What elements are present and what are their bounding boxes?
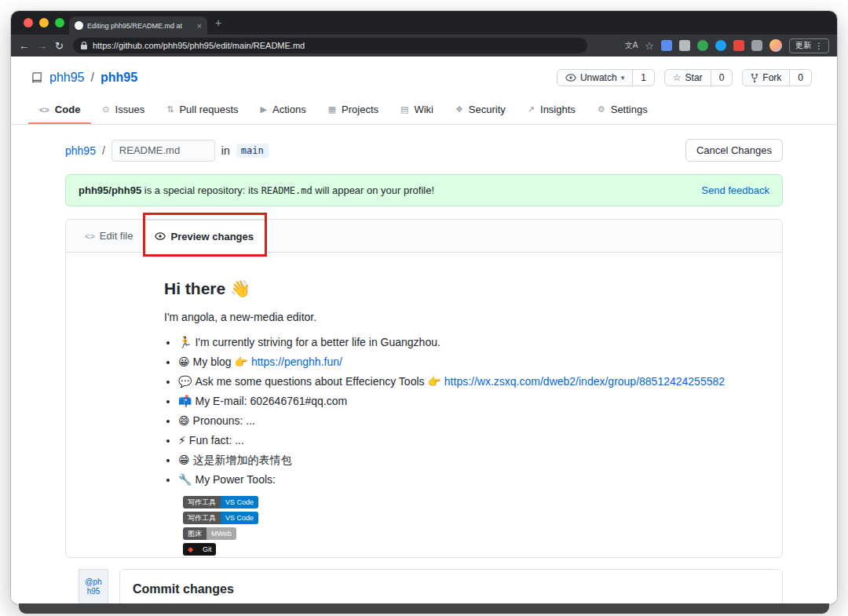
- list-item: 💬Ask me some questions about Effeciency …: [178, 374, 735, 390]
- cancel-changes-button[interactable]: Cancel Changes: [685, 139, 783, 162]
- badge-git[interactable]: ◆ Git: [183, 543, 735, 556]
- update-button[interactable]: 更新 ⋮: [789, 38, 829, 53]
- toolbar-icons: 文A ☆ 更新 ⋮: [625, 38, 829, 53]
- update-label: 更新: [795, 40, 811, 51]
- tab-wiki[interactable]: ▤ Wiki: [389, 96, 444, 124]
- tab-actions[interactable]: ▶ Actions: [250, 96, 317, 124]
- window-bottom-edge: [19, 603, 829, 614]
- badge-label: 图床: [183, 527, 207, 540]
- readme-preview: Hi there 👋 I'm angola, a new-media edito…: [66, 253, 782, 556]
- tab-preview-changes[interactable]: Preview changes: [143, 220, 266, 253]
- filename-input[interactable]: [111, 140, 215, 162]
- send-feedback-link[interactable]: Send feedback: [701, 184, 769, 196]
- fork-button[interactable]: Fork: [742, 69, 790, 86]
- reload-icon[interactable]: ↻: [55, 40, 64, 52]
- special-repo-banner: phh95/phh95 is a special repository: its…: [65, 174, 783, 206]
- repo-nav: <> Code ⊙ Issues ⇅ Pull requests ▶ Actio…: [11, 96, 837, 125]
- list-item: 🏃I'm currently striving for a better lif…: [178, 334, 735, 351]
- bullet-text: My blog 👉: [193, 355, 251, 368]
- close-tab-icon[interactable]: ×: [197, 21, 202, 31]
- repo-separator: /: [91, 71, 94, 85]
- commit-card: Commit changes: [119, 569, 783, 604]
- tab-pull-requests[interactable]: ⇅ Pull requests: [155, 96, 249, 124]
- new-tab-button[interactable]: +: [215, 16, 221, 29]
- menu-dots-icon[interactable]: ⋮: [815, 42, 823, 50]
- browser-tab[interactable]: Editing phh95/README.md at ×: [69, 16, 207, 35]
- repo-name-link[interactable]: phh95: [101, 71, 137, 85]
- zoom-window-button[interactable]: [55, 18, 64, 27]
- tab-projects-label: Projects: [342, 104, 378, 115]
- github-favicon: [75, 21, 83, 30]
- fork-label: Fork: [762, 72, 781, 83]
- fork-group: Fork 0: [742, 69, 812, 86]
- tab-code[interactable]: <> Code: [28, 96, 91, 124]
- watch-count[interactable]: 1: [633, 69, 655, 86]
- star-count[interactable]: 0: [711, 69, 733, 86]
- browser-titlebar: Editing phh95/README.md at × +: [11, 11, 837, 35]
- tab-pull-requests-label: Pull requests: [179, 104, 238, 115]
- repo-owner-link[interactable]: phh95: [49, 71, 85, 85]
- branch-badge[interactable]: main: [236, 144, 269, 158]
- extension-icon-2[interactable]: [679, 40, 690, 51]
- tab-projects[interactable]: ▦ Projects: [317, 96, 389, 124]
- github-page: phh95 / phh95 Unwatch ▾ 1 ☆ Star: [11, 56, 837, 604]
- tab-insights-label: Insights: [540, 104, 576, 115]
- profile-avatar[interactable]: [769, 39, 782, 52]
- extension-icon-4[interactable]: [715, 40, 726, 51]
- extension-icon-5[interactable]: [733, 40, 744, 51]
- badge-vscode-1[interactable]: 写作工具 VS Code: [183, 496, 735, 508]
- wiki-icon: ▤: [400, 104, 408, 115]
- wrench-emoji: 🔧: [178, 473, 192, 486]
- bullet-text: Pronouns: ...: [193, 414, 255, 427]
- commit-section: @ph h95 Commit changes: [65, 569, 783, 604]
- close-window-button[interactable]: [24, 18, 33, 27]
- fork-count[interactable]: 0: [790, 69, 812, 86]
- breadcrumb: phh95 / in main Cancel Changes: [65, 139, 783, 162]
- blog-link[interactable]: https://penghh.fun/: [251, 355, 342, 368]
- extensions-puzzle-icon[interactable]: [751, 40, 762, 51]
- breadcrumb-repo-link[interactable]: phh95: [65, 144, 96, 157]
- extension-icon-3[interactable]: [697, 40, 708, 51]
- unwatch-button[interactable]: Unwatch ▾: [557, 69, 633, 86]
- list-item: 😄Pronouns: ...: [178, 413, 735, 429]
- address-bar[interactable]: https://github.com/phh95/phh95/edit/main…: [73, 38, 587, 53]
- badge-label: 写作工具: [183, 512, 221, 524]
- smile-emoji: 😄: [178, 414, 190, 427]
- git-logo-icon: ◆: [183, 543, 198, 556]
- extension-icon-1[interactable]: [661, 40, 672, 51]
- star-button[interactable]: ☆ Star: [664, 69, 711, 86]
- translate-icon[interactable]: 文A: [625, 40, 638, 51]
- lock-icon[interactable]: [81, 45, 87, 49]
- tab-settings-label: Settings: [611, 104, 648, 115]
- settings-gear-icon: ⚙: [598, 104, 605, 115]
- commit-avatar[interactable]: @ph h95: [79, 569, 108, 604]
- unwatch-label: Unwatch: [580, 72, 617, 83]
- tab-security[interactable]: ❖ Security: [444, 96, 517, 124]
- edit-code-icon: <>: [85, 231, 95, 241]
- bullet-text: My Power Tools:: [195, 473, 275, 486]
- editor-tabs: <> Edit file Preview changes: [66, 220, 782, 253]
- minimize-window-button[interactable]: [39, 18, 49, 27]
- tab-edit-file[interactable]: <> Edit file: [75, 220, 143, 252]
- watch-group: Unwatch ▾ 1: [557, 69, 655, 86]
- bullet-text: Fun fact: ...: [189, 434, 244, 447]
- eye-icon: [565, 74, 576, 82]
- bullet-text: Ask me some questions about Effeciency T…: [195, 375, 444, 388]
- url-text: https://github.com/phh95/phh95/edit/main…: [93, 41, 305, 50]
- code-icon: <>: [39, 105, 49, 115]
- bookmark-star-icon[interactable]: ☆: [645, 40, 654, 52]
- badge-mweb[interactable]: 图床 MWeb: [183, 527, 735, 540]
- readme-list: 🏃I'm currently striving for a better lif…: [164, 334, 735, 488]
- zsxq-link[interactable]: https://wx.zsxq.com/dweb2/index/group/88…: [444, 375, 725, 388]
- in-label: in: [221, 144, 230, 157]
- badge-vscode-2[interactable]: 写作工具 VS Code: [183, 512, 735, 524]
- mailbox-emoji: 📫: [178, 395, 192, 407]
- forward-icon[interactable]: →: [37, 40, 47, 52]
- back-icon[interactable]: ←: [19, 40, 29, 52]
- badge-images: 写作工具 VS Code 写作工具 VS Code 图床 MWeb ◆: [183, 496, 735, 556]
- tab-issues[interactable]: ⊙ Issues: [91, 96, 155, 124]
- banner-code: README.md: [261, 185, 313, 196]
- tab-insights[interactable]: ↗ Insights: [517, 96, 587, 124]
- bullet-text: I'm currently striving for a better life…: [195, 336, 440, 348]
- tab-settings[interactable]: ⚙ Settings: [587, 96, 659, 124]
